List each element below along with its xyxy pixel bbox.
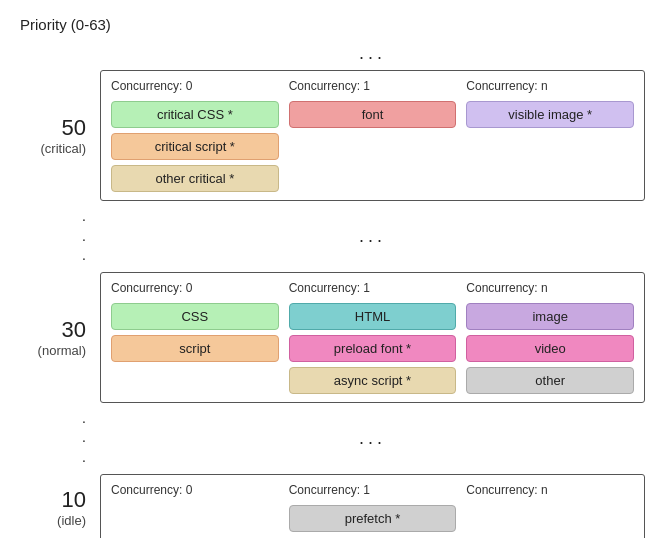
dots-spacer-0: ...... <box>20 207 645 266</box>
concurrency-group-0: Concurrency: 0critical CSS *critical scr… <box>100 70 645 201</box>
resource-item-0-1-0: font <box>289 101 457 128</box>
priority-name-0: (critical) <box>20 141 86 156</box>
resource-item-1-2-1: video <box>466 335 634 362</box>
resource-item-1-2-2: other <box>466 367 634 394</box>
concurrency-header-1-2: Concurrency: n <box>466 281 634 295</box>
concurrency-col-2-1: Concurrency: 1prefetch * <box>289 483 457 532</box>
priority-name-2: (idle) <box>20 513 86 528</box>
resource-item-1-0-1: script <box>111 335 279 362</box>
resource-item-1-1-1: preload font * <box>289 335 457 362</box>
priority-row-1: 30(normal)Concurrency: 0CSSscriptConcurr… <box>20 272 645 403</box>
page-title: Priority (0-63) <box>20 16 645 33</box>
resource-item-2-1-0: prefetch * <box>289 505 457 532</box>
concurrency-header-2-2: Concurrency: n <box>466 483 634 497</box>
concurrency-col-0-2: Concurrency: nvisible image * <box>466 79 634 192</box>
priority-name-1: (normal) <box>20 343 86 358</box>
priority-label-2: 10(idle) <box>20 487 100 528</box>
dots-spacer-1: ...... <box>20 409 645 468</box>
concurrency-group-2: Concurrency: 0Concurrency: 1prefetch *Co… <box>100 474 645 538</box>
concurrency-header-0-0: Concurrency: 0 <box>111 79 279 93</box>
concurrency-col-2-0: Concurrency: 0 <box>111 483 279 532</box>
priority-row-2: 10(idle)Concurrency: 0Concurrency: 1pref… <box>20 474 645 538</box>
priority-number-0: 50 <box>20 115 86 141</box>
concurrency-group-1: Concurrency: 0CSSscriptConcurrency: 1HTM… <box>100 272 645 403</box>
concurrency-header-2-0: Concurrency: 0 <box>111 483 279 497</box>
concurrency-header-2-1: Concurrency: 1 <box>289 483 457 497</box>
concurrency-col-0-0: Concurrency: 0critical CSS *critical scr… <box>111 79 279 192</box>
top-dots: ... <box>20 43 645 64</box>
resource-item-1-0-0: CSS <box>111 303 279 330</box>
resource-item-1-1-0: HTML <box>289 303 457 330</box>
concurrency-header-1-0: Concurrency: 0 <box>111 281 279 295</box>
resource-item-0-0-0: critical CSS * <box>111 101 279 128</box>
resource-item-1-2-0: image <box>466 303 634 330</box>
resource-item-0-0-2: other critical * <box>111 165 279 192</box>
vertical-dots-0: ... <box>20 207 100 266</box>
concurrency-col-0-1: Concurrency: 1font <box>289 79 457 192</box>
resource-item-1-1-2: async script * <box>289 367 457 394</box>
priority-row-0: 50(critical)Concurrency: 0critical CSS *… <box>20 70 645 201</box>
concurrency-col-1-1: Concurrency: 1HTMLpreload font *async sc… <box>289 281 457 394</box>
vertical-dots-1: ... <box>20 409 100 468</box>
concurrency-header-1-1: Concurrency: 1 <box>289 281 457 295</box>
mid-dots-0: ... <box>100 226 645 247</box>
mid-dots-1: ... <box>100 428 645 449</box>
priority-number-2: 10 <box>20 487 86 513</box>
resource-item-0-0-1: critical script * <box>111 133 279 160</box>
concurrency-col-1-0: Concurrency: 0CSSscript <box>111 281 279 394</box>
priority-label-0: 50(critical) <box>20 115 100 156</box>
concurrency-col-1-2: Concurrency: nimagevideoother <box>466 281 634 394</box>
priority-label-1: 30(normal) <box>20 317 100 358</box>
resource-item-0-2-0: visible image * <box>466 101 634 128</box>
concurrency-header-0-1: Concurrency: 1 <box>289 79 457 93</box>
priority-number-1: 30 <box>20 317 86 343</box>
concurrency-col-2-2: Concurrency: n <box>466 483 634 532</box>
concurrency-header-0-2: Concurrency: n <box>466 79 634 93</box>
